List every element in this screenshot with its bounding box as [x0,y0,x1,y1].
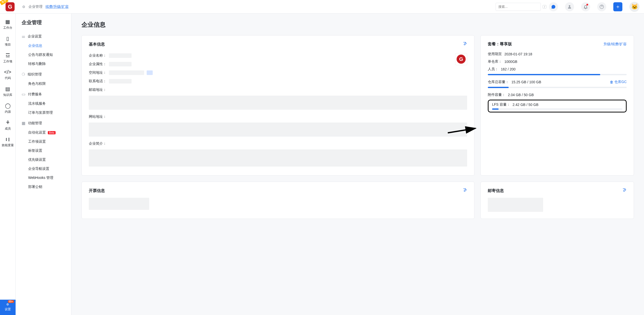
bell-icon[interactable] [581,2,590,11]
rail-wiki[interactable]: ▤知识库 [0,83,16,100]
progress-total [488,87,627,88]
lfs-highlight-box: LFS 容量：2.42 GB / 50 GB [488,100,627,112]
label-expire: 使用期至 [488,52,502,56]
sliders-icon: ⚌ [22,34,25,39]
rail-internal[interactable]: ◯内源 [0,100,16,117]
grid-icon: ▦ [22,121,25,126]
rail-settings[interactable]: 99+ ⚙ 设置 [0,300,16,315]
card-icon: ▭ [22,92,25,97]
breadcrumb: ⚙ 企业管理 续费/升级/扩容 [22,5,69,9]
rail-workspace[interactable]: ▦工作台 [0,16,16,33]
rail-workitem[interactable]: ☲工作项 [0,50,16,67]
profile-icon[interactable] [565,2,574,11]
repo-gc-link[interactable]: 🗑仓库GC [610,80,627,84]
link-priority-settings[interactable]: 优先级设置 [19,155,68,164]
redacted-value [109,70,144,75]
logo-letter: G [8,4,12,10]
link-transfer-delete[interactable]: 转移与删除 [19,59,68,68]
plan-upgrade-link[interactable]: 升级/续费/扩容 [603,42,627,47]
label-people: 人员： [488,67,498,71]
rail-member[interactable]: ⚘成员 [0,117,16,134]
link-orders[interactable]: 订单与发票管理 [19,108,68,117]
redacted-value [109,79,132,84]
label-space: 空间地址： [89,70,109,75]
search-shortcut: / [543,5,546,9]
breadcrumb-root[interactable]: 企业管理 [28,5,43,9]
value-lfs: 2.42 GB / 50 GB [513,103,539,107]
link-webhooks[interactable]: WebHooks 管理 [19,173,68,182]
left-rail: ▦工作台 ▯项目 ☲工作项 </>代码 ▤知识库 ◯内源 ⚘成员 ⫾⫿效能度量 … [0,14,16,315]
notification-dot [586,4,588,6]
edit-icon[interactable] [463,188,467,194]
mail-title: 邮寄信息 [488,188,504,193]
progress-lfs [492,108,622,110]
gear-icon: ⚙ [22,5,25,9]
page-title: 企业信息 [82,21,634,29]
logo-box: G [6,2,15,11]
rail-code[interactable]: </>代码 [0,67,16,83]
group-features[interactable]: ▦功能管理 [19,118,68,128]
progress-people [488,74,627,75]
value-people: 162 / 200 [501,67,515,71]
link-workitem-settings[interactable]: 工作项设置 [19,137,68,146]
settings-badge: 99+ [8,300,14,303]
label-name: 企业名称： [89,53,109,58]
redacted-value [109,53,132,58]
link-tag-settings[interactable]: 标签设置 [19,146,68,155]
group-enterprise-settings[interactable]: ⚌企业设置 [19,31,68,41]
label-attr: 企业属性： [89,62,109,66]
invoice-title: 开票信息 [89,188,105,193]
add-button[interactable]: ＋ [613,2,622,11]
redacted-block [89,149,467,167]
redacted-value [109,62,132,66]
label-phone: 联系电话： [89,79,109,84]
redacted-block [89,198,149,210]
rail-metrics[interactable]: ⫾⫿效能度量 [0,134,16,150]
redacted-block [89,96,467,110]
label-website: 网站地址： [89,114,109,119]
value-attach: 2.04 GB / 50 GB [508,93,534,97]
label-single-repo: 单仓库： [488,59,502,64]
chart-icon: ⫾⫿ [5,136,10,142]
label-desc: 企业简介： [89,141,109,146]
value-total-storage: 15.25 GB / 100 GB [511,80,541,84]
group-paid[interactable]: ▭付费服务 [19,89,68,99]
book-icon: ▯ [6,35,9,42]
avatar[interactable]: 🐱 [629,2,639,12]
trash-icon: 🗑 [610,80,613,84]
link-enterprise-info[interactable]: 企业信息 [19,41,68,50]
card-plan: 套餐：尊享版 升级/续费/扩容 使用期至2028-01-07 19:18 单仓库… [480,35,634,176]
link-roles[interactable]: 角色与权限 [19,79,68,88]
edit-icon[interactable] [622,188,627,194]
redacted-value [147,70,153,75]
redacted-block [89,123,467,137]
help-icon[interactable] [597,2,606,11]
top-header: 尊享 G ⚙ 企业管理 续费/升级/扩容 / ＋ 🐱 [0,0,644,14]
chat-icon[interactable] [549,2,558,11]
card-basic-info: 基本信息 G 企业名称： 企业属性： 空间地址： 联系电话： 邮箱地址： 网站地… [82,35,474,176]
search-box[interactable]: / [496,3,541,11]
org-icon: ⚆ [22,72,25,77]
breadcrumb-link[interactable]: 续费/升级/扩容 [46,5,69,9]
code-icon: </> [4,69,11,75]
card-mailing: 邮寄信息 [480,182,634,219]
search-input[interactable] [498,5,541,9]
basic-info-title: 基本信息 [89,42,105,47]
list-icon: ☲ [6,52,10,58]
card-invoice: 开票信息 [82,182,474,219]
label-attach: 附件容量： [488,93,505,97]
opensource-icon: ◯ [5,103,11,109]
group-org[interactable]: ⚆组织管理 [19,69,68,79]
edit-icon[interactable] [463,42,467,47]
logo[interactable]: 尊享 G [5,0,17,14]
grid-icon: ▦ [5,19,10,25]
link-nav-settings[interactable]: 企业导航设置 [19,164,68,173]
link-automation[interactable]: 自动化设置Beta [19,128,68,137]
main-content: 企业信息 基本信息 G 企业名称： 企业属性： 空间地址： 联系电话： 邮箱地址… [71,14,644,315]
rail-project[interactable]: ▯项目 [0,33,16,50]
label-total-storage: 仓库总容量： [488,80,509,84]
label-lfs: LFS 容量： [492,102,510,107]
link-deploy-keys[interactable]: 部署公钥 [19,182,68,191]
link-announcement[interactable]: 公告与群发通知 [19,50,68,59]
link-pipeline[interactable]: 流水线服务 [19,99,68,108]
